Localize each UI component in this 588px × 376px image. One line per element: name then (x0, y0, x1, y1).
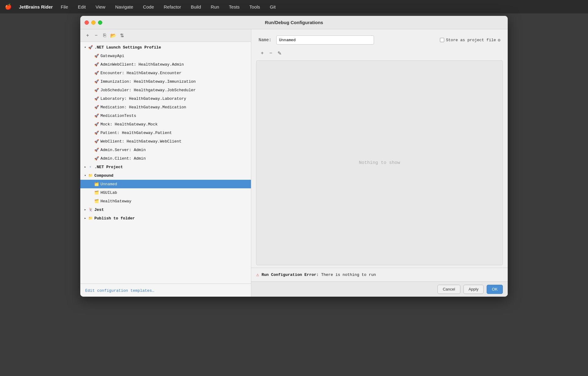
tree-item-webclient[interactable]: WebClient: HealthGateway.WebClient (80, 137, 251, 146)
apply-button[interactable]: Apply (463, 285, 484, 294)
folder-run-icon (94, 181, 99, 187)
tree-item-hguilab[interactable]: HGUILab (80, 188, 251, 197)
menu-navigate[interactable]: Navigate (113, 4, 135, 10)
menu-tests[interactable]: Tests (227, 4, 241, 10)
rocket-icon (94, 70, 99, 76)
ok-button[interactable]: OK (487, 285, 503, 294)
menu-run[interactable]: Run (209, 4, 221, 10)
rocket-icon (94, 147, 99, 153)
name-input[interactable] (276, 35, 374, 45)
rocket-icon (94, 53, 99, 59)
right-panel: Name: Store as project file ⚙ + − ✎ Noth… (251, 29, 508, 297)
tree-label-net-project: .NET Project (94, 165, 123, 169)
tree-item-net-project[interactable]: .NET Project (80, 163, 251, 171)
tree-label-admin-web-client: AdminWebClient: HealthGateway.Admin (100, 62, 184, 67)
store-project-file-label: Store as project file (446, 38, 496, 42)
menu-tools[interactable]: Tools (248, 4, 262, 10)
tree-item-healthgateway[interactable]: HealthGateway (80, 197, 251, 205)
cancel-button[interactable]: Cancel (437, 285, 460, 294)
left-panel: + − ⎘ 📂 ⇅ .NET Launch Settings ProfileGa… (80, 29, 251, 297)
menu-file[interactable]: File (59, 4, 70, 10)
app-name: JetBrains Rider (19, 4, 53, 9)
tree-label-medication: Medication: HealthGateway.Medication (100, 105, 186, 110)
tree-item-mock[interactable]: Mock: HealthGateway.Mock (80, 120, 251, 128)
tree-item-immunization[interactable]: Immunization: HealthGateway.Immunization (80, 77, 251, 86)
remove-config-button[interactable]: − (93, 32, 100, 39)
tree-label-immunization: Immunization: HealthGateway.Immunization (100, 79, 196, 84)
add-config-button[interactable]: + (84, 32, 91, 39)
tree-arrow-jest (83, 207, 88, 212)
tree-item-publish-to-folder[interactable]: Publish to folder (80, 214, 251, 222)
jest-icon (88, 207, 93, 212)
tree-label-jest: Jest (94, 208, 104, 212)
tree-item-encounter[interactable]: Encounter: HealthGateway.Encounter (80, 69, 251, 77)
traffic-lights (85, 20, 102, 25)
tree-item-job-scheduler[interactable]: JobScheduler: Healthgateway.JobScheduler (80, 86, 251, 94)
rocket-icon (94, 79, 99, 84)
gear-icon[interactable]: ⚙ (498, 38, 500, 43)
tree-label-mock: Mock: HealthGateway.Mock (100, 122, 158, 127)
tree-label-net-launch-profile: .NET Launch Settings Profile (94, 45, 161, 50)
tree-item-gateway-api[interactable]: GatewayApi (80, 52, 251, 60)
sort-button[interactable]: ⇅ (118, 32, 125, 39)
nothing-to-show-label: Nothing to show (359, 160, 400, 165)
edit-templates-link[interactable]: Edit configuration templates… (85, 288, 154, 293)
close-button[interactable] (85, 20, 89, 25)
rocket-icon (94, 156, 99, 161)
main-content: + − ⎘ 📂 ⇅ .NET Launch Settings ProfileGa… (80, 29, 508, 297)
menu-git[interactable]: Git (268, 4, 278, 10)
config-remove-button[interactable]: − (267, 49, 274, 57)
tree-item-patient[interactable]: Patient: HealthGateway.Patient (80, 128, 251, 137)
config-toolbar: + − ⎘ 📂 ⇅ (80, 29, 251, 42)
titlebar: Run/Debug Configurations (80, 16, 508, 29)
tree-label-gateway-api: GatewayApi (100, 54, 124, 58)
tree-label-webclient: WebClient: HealthGateway.WebClient (100, 139, 181, 144)
tree-item-admin-server[interactable]: Admin.Server: Admin (80, 146, 251, 154)
window-title: Run/Debug Configurations (265, 20, 323, 25)
menu-view[interactable]: View (94, 4, 107, 10)
tree-item-jest[interactable]: Jest (80, 205, 251, 214)
maximize-button[interactable] (98, 20, 102, 25)
copy-config-button[interactable]: ⎘ (101, 32, 108, 39)
tree-item-compound[interactable]: Compound (80, 171, 251, 180)
tree-label-unnamed: Unnamed (100, 182, 117, 186)
menu-refactor[interactable]: Refactor (162, 4, 183, 10)
tree-item-net-launch-profile[interactable]: .NET Launch Settings Profile (80, 43, 251, 52)
tree-item-medication[interactable]: Medication: HealthGateway.Medication (80, 103, 251, 111)
error-bold-text: Run Configuration Error: (262, 273, 319, 277)
menu-build[interactable]: Build (189, 4, 203, 10)
net-icon (88, 164, 93, 170)
tree-label-laboratory: Laboratory: HealthGateway.Laboratory (100, 96, 186, 101)
menu-edit[interactable]: Edit (76, 4, 88, 10)
minimize-button[interactable] (91, 20, 96, 25)
tree-label-admin-server: Admin.Server: Admin (100, 148, 146, 152)
apple-icon: 🍎 (5, 3, 12, 10)
move-to-folder-button[interactable]: 📂 (110, 32, 117, 39)
store-project-file-row: Store as project file ⚙ (440, 38, 500, 43)
tree-item-admin-client[interactable]: Admin.Client: Admin (80, 154, 251, 163)
name-label: Name: (259, 38, 271, 42)
folder-run-icon (94, 190, 99, 195)
tree-item-medication-tests[interactable]: MedicationTests (80, 111, 251, 120)
tree-item-laboratory[interactable]: Laboratory: HealthGateway.Laboratory (80, 94, 251, 103)
rocket-icon (94, 96, 99, 101)
config-sub-toolbar: + − ✎ (251, 48, 508, 58)
rocket-icon (94, 113, 99, 118)
tree-item-unnamed[interactable]: Unnamed (80, 180, 251, 188)
menu-code[interactable]: Code (141, 4, 156, 10)
tree-label-encounter: Encounter: HealthGateway.Encounter (100, 71, 181, 75)
config-edit-button[interactable]: ✎ (276, 49, 283, 57)
store-project-file-checkbox[interactable] (440, 38, 444, 42)
rocket-icon (94, 121, 99, 127)
tree-label-admin-client: Admin.Client: Admin (100, 156, 146, 161)
tree-arrow-net-project (83, 164, 88, 169)
config-add-button[interactable]: + (259, 49, 266, 57)
tree-label-medication-tests: MedicationTests (100, 114, 136, 118)
tree-label-publish-to-folder: Publish to folder (94, 216, 135, 221)
tree-item-admin-web-client[interactable]: AdminWebClient: HealthGateway.Admin (80, 60, 251, 69)
error-bar: ⚠ Run Configuration Error: There is noth… (251, 268, 508, 281)
tree-arrow-net-launch-profile (83, 45, 88, 50)
left-bottom: Edit configuration templates… (80, 284, 251, 297)
rocket-icon (94, 139, 99, 144)
config-header: Name: Store as project file ⚙ (251, 29, 508, 48)
